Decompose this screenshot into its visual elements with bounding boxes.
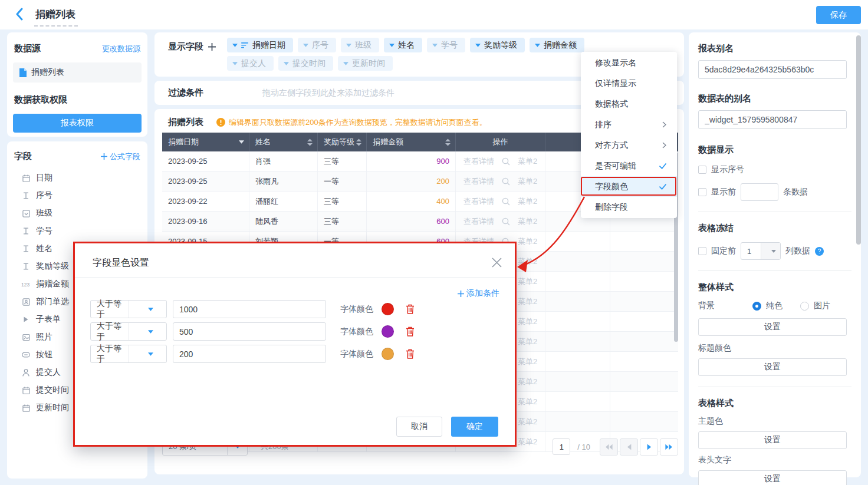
column-header[interactable]: 奖励等级 [318, 133, 367, 151]
show-first-checkbox[interactable] [698, 188, 706, 196]
field-chip[interactable]: 捐赠金额 [530, 38, 584, 52]
add-field-icon[interactable] [208, 43, 216, 51]
add-condition-link[interactable]: 添加条件 [458, 288, 499, 299]
view-detail-link[interactable]: 查看详情 [463, 176, 494, 187]
column-header[interactable]: 操作 [456, 133, 545, 151]
menu-item[interactable]: 排序 [581, 114, 677, 135]
trash-icon[interactable] [406, 326, 415, 336]
field-item[interactable]: 序号 [7, 187, 147, 204]
menu-item[interactable]: 删除字段 [581, 197, 677, 217]
fix-count-select[interactable]: 1 [741, 242, 781, 260]
next-page-button[interactable] [640, 438, 658, 456]
menu-item[interactable]: 数据格式 [581, 94, 677, 114]
threshold-input[interactable] [173, 300, 326, 318]
first-page-button[interactable] [600, 438, 618, 456]
table-cell [545, 352, 610, 371]
view-detail-link[interactable]: 查看详情 [463, 216, 494, 227]
operator-select[interactable]: 大于等于 [90, 345, 167, 363]
change-datasource-link[interactable]: 更改数据源 [102, 44, 140, 54]
header-text-set-button[interactable]: 设置 [698, 470, 847, 485]
menu2-link[interactable]: 菜单2 [518, 357, 537, 367]
menu2-link[interactable]: 菜单2 [518, 236, 537, 247]
threshold-input[interactable] [173, 345, 326, 363]
menu2-link[interactable]: 菜单2 [518, 377, 537, 387]
sort-icon[interactable] [307, 138, 313, 146]
search-icon[interactable] [502, 197, 510, 206]
menu-item-label: 是否可编辑 [595, 161, 636, 171]
menu2-link[interactable]: 菜单2 [518, 156, 537, 167]
operator-select[interactable]: 大于等于 [90, 300, 167, 318]
back-icon[interactable] [15, 8, 28, 22]
field-chip[interactable]: 提交时间 [278, 56, 333, 71]
field-chip[interactable]: 提交人 [227, 56, 274, 71]
field-chip[interactable]: 序号 [298, 38, 336, 52]
image-radio[interactable] [800, 302, 809, 311]
menu2-link[interactable]: 菜单2 [518, 316, 537, 327]
column-header[interactable]: 姓名 [249, 133, 318, 151]
prev-page-button[interactable] [620, 438, 638, 456]
table-alias-input[interactable] [698, 110, 847, 129]
field-chip[interactable]: 更新时间 [338, 56, 393, 71]
menu-item[interactable]: 仅详情显示 [581, 73, 677, 94]
field-item[interactable]: 日期 [7, 169, 147, 187]
search-icon[interactable] [502, 157, 510, 166]
sort-icon[interactable] [356, 138, 361, 146]
help-icon[interactable]: ? [815, 247, 824, 256]
title-color-set-button[interactable]: 设置 [698, 358, 847, 376]
page-input[interactable] [553, 438, 570, 455]
close-icon[interactable] [489, 255, 504, 269]
column-header[interactable]: 捐赠日期 [162, 133, 249, 151]
field-chip[interactable]: 捐赠日期 [227, 38, 293, 52]
show-index-checkbox[interactable] [698, 166, 706, 174]
menu2-link[interactable]: 菜单2 [518, 196, 537, 207]
field-chip[interactable]: 班级 [341, 38, 379, 52]
color-swatch[interactable] [382, 348, 394, 360]
field-chip[interactable]: 奖励等级 [470, 38, 525, 52]
operator-select[interactable]: 大于等于 [90, 322, 167, 341]
save-button[interactable]: 保存 [816, 6, 861, 24]
menu2-link[interactable]: 菜单2 [518, 296, 537, 307]
last-page-button[interactable] [660, 438, 678, 456]
field-item[interactable]: 学号 [7, 222, 147, 240]
field-chip[interactable]: 姓名 [384, 38, 422, 52]
field-item[interactable]: 班级 [7, 204, 147, 222]
theme-color-set-button[interactable]: 设置 [698, 431, 847, 449]
menu2-link[interactable]: 菜单2 [518, 417, 537, 427]
solid-color-radio[interactable] [752, 302, 761, 311]
view-detail-link[interactable]: 查看详情 [463, 156, 494, 167]
menu-item[interactable]: 是否可编辑 [581, 156, 677, 176]
color-swatch[interactable] [382, 303, 394, 315]
menu2-link[interactable]: 菜单2 [518, 336, 537, 347]
settings-scrollbar[interactable] [856, 35, 861, 245]
report-permission-button[interactable]: 报表权限 [13, 114, 142, 133]
view-detail-link[interactable]: 查看详情 [463, 196, 494, 207]
menu2-link[interactable]: 菜单2 [518, 256, 537, 267]
sort-icon[interactable] [445, 138, 451, 146]
search-icon[interactable] [502, 217, 510, 226]
filter-dropzone[interactable]: 拖动左侧字段到此处来添加过滤条件 [262, 88, 394, 98]
menu2-link[interactable]: 菜单2 [518, 176, 537, 187]
cancel-button[interactable]: 取消 [396, 417, 442, 437]
formula-field-link[interactable]: 公式字段 [101, 151, 140, 162]
threshold-input[interactable] [173, 322, 326, 341]
menu-item[interactable]: 修改显示名 [581, 52, 677, 73]
fix-columns-checkbox[interactable] [698, 247, 706, 255]
color-swatch[interactable] [382, 325, 394, 338]
report-alias-input[interactable] [698, 60, 847, 79]
number-icon: 123 [21, 281, 31, 288]
row-limit-input[interactable] [741, 183, 778, 201]
background-set-button[interactable]: 设置 [698, 318, 847, 336]
datasource-item[interactable]: 捐赠列表 [13, 62, 142, 83]
menu2-link[interactable]: 菜单2 [518, 276, 537, 287]
menu-item[interactable]: 对齐方式 [581, 135, 677, 156]
menu2-link[interactable]: 菜单2 [518, 216, 537, 227]
confirm-button[interactable]: 确定 [451, 417, 498, 437]
menu-item[interactable]: 字段颜色 [581, 176, 677, 197]
sort-desc-icon[interactable] [239, 140, 244, 144]
search-icon[interactable] [502, 177, 510, 186]
menu2-link[interactable]: 菜单2 [518, 397, 537, 407]
field-chip[interactable]: 学号 [427, 38, 465, 52]
trash-icon[interactable] [406, 304, 415, 314]
trash-icon[interactable] [406, 349, 415, 359]
column-header[interactable]: 捐赠金额 [367, 133, 456, 151]
